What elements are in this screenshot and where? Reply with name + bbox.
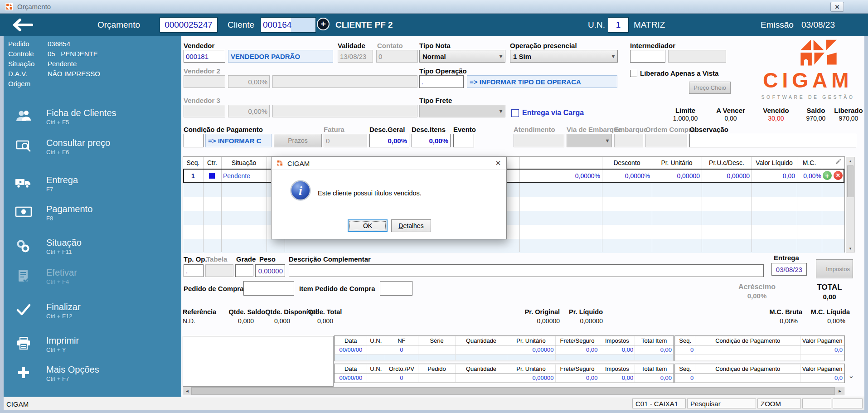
orcamento-label: Orçamento [97, 20, 140, 30]
tipo-nota-select[interactable]: Normal▾ [419, 50, 505, 63]
scroll-down-icon[interactable]: ▾ [846, 245, 854, 252]
entrega-field[interactable]: 03/08/23 [771, 263, 807, 276]
observacao-field[interactable] [689, 134, 856, 147]
evento-field[interactable] [453, 134, 474, 147]
sidebar-item-pagamento[interactable]: PagamentoF8 [14, 204, 175, 229]
history-scroll-down-icon[interactable]: ⌄ [847, 371, 856, 380]
table-row[interactable]: 00/00/0000,000000,000,000,00 [335, 374, 674, 383]
delete-item-icon[interactable]: ✕ [834, 171, 843, 180]
item-pedido-compra-field[interactable] [380, 281, 412, 296]
history-orcto-payment-table[interactable]: Seq.Condição de PagamentoValor Pagamen 0… [675, 364, 844, 383]
h2-col: Total Item [635, 364, 674, 374]
tipo-operacao-info-field: => INFORMAR TIPO DE OPERACA [467, 75, 617, 88]
detalhes-button[interactable]: Detalhes [391, 219, 431, 232]
window-close-button[interactable]: ✕ [830, 2, 844, 12]
sidebar-item-consultar-preco[interactable]: Consultar preçoCtrl + F6 [14, 138, 175, 163]
sidebar-item-shortcut: Ctrl + F11 [46, 248, 82, 255]
tipo-frete-select[interactable]: ▾ [419, 105, 505, 117]
sidebar-item-imprimir[interactable]: ImprimirCtrl + Y [14, 335, 175, 361]
vencido-label: Vencido [753, 107, 799, 114]
sidebar-item-shortcut: F7 [46, 186, 78, 193]
desc-geral-field[interactable]: 0,00% [369, 134, 409, 147]
sidebar-item-label: Situação [46, 238, 82, 248]
table-row[interactable]: 00,0 [675, 374, 844, 383]
desc-complementar-field[interactable] [289, 264, 764, 277]
sidebar-item-ficha-de-clientes[interactable]: Ficha de ClientesCtrl + F5 [14, 108, 175, 133]
sidebar-item-efetivar: EfetivarCtrl + F4 [14, 267, 175, 293]
table-row[interactable]: 00,0 [675, 345, 844, 355]
col-ctr[interactable]: Ctr. [203, 157, 221, 169]
col-seq[interactable]: Seq. [183, 157, 203, 169]
add-item-icon[interactable]: + [823, 171, 832, 180]
sidebar-item-entrega[interactable]: EntregaF7 [14, 175, 175, 200]
cond-pagamento-code-field[interactable] [184, 134, 204, 147]
col-pr-unitario[interactable]: Pr. Unitário [652, 157, 702, 169]
scroll-right-icon[interactable]: ▸ [836, 387, 844, 395]
pedido-compra-field[interactable] [243, 281, 294, 296]
scroll-up-icon[interactable]: ▴ [846, 157, 854, 165]
table-row[interactable]: 00/00/0000,000000,000,000,00 [335, 345, 674, 355]
tipo-operacao-label: Tipo Operação [419, 67, 467, 75]
grade-label: Grade [236, 255, 256, 263]
col-desconto[interactable]: Desconto [602, 157, 652, 169]
cond-pagamento-label: Condição de Pagamento [184, 126, 263, 133]
h1-col: Série [418, 336, 456, 345]
atendimento-label: Atendimento [514, 126, 555, 133]
entrega-carga-checkbox[interactable]: Entrega via Carga [511, 109, 584, 117]
vendedor-code-field[interactable]: 000181 [184, 50, 225, 63]
sidebar-item-situacao[interactable]: SituaçãoCtrl + F11 [14, 238, 175, 263]
edit-row-icon [835, 158, 841, 166]
plus-icon [14, 366, 34, 379]
cliente-code-field[interactable]: 000164 [261, 17, 316, 33]
entrega-label: Entrega [774, 254, 799, 262]
h1-col: NF [385, 336, 418, 345]
un-field[interactable]: 1 [608, 17, 629, 33]
dialog-title: CIGAM [287, 160, 310, 167]
vendedor3-name-field [272, 105, 417, 117]
vendedor2-code-field [184, 75, 225, 88]
col-situacao[interactable]: Situação [221, 157, 267, 169]
acrescimo-label: Acréscimo [725, 283, 789, 291]
intermediador-code-field[interactable] [630, 50, 665, 63]
add-cliente-button[interactable]: + [317, 18, 330, 30]
document-check-icon [14, 269, 34, 283]
scroll-left-icon[interactable]: ◂ [183, 387, 191, 395]
svg-text:i: i [299, 184, 302, 198]
sidebar-item-label: Mais Opções [46, 364, 99, 375]
history-left-panel [183, 336, 334, 387]
dialog-titlebar[interactable]: CIGAM ✕ [272, 157, 506, 170]
tipo-operacao-code-field[interactable]: . [419, 75, 464, 88]
col-mc[interactable]: M.C. [797, 157, 822, 169]
operacao-presencial-select[interactable]: 1 Sim▾ [510, 50, 618, 63]
ok-button[interactable]: OK [348, 219, 388, 232]
mc-bruta-value: 0,00% [761, 317, 798, 325]
sidebar-item-finalizar[interactable]: FinalizarCtrl + F12 [14, 302, 175, 327]
peso-field[interactable]: 0,00000 [255, 264, 285, 277]
status-empty-2 [833, 398, 863, 408]
grade-field[interactable] [235, 264, 253, 277]
dav-value: NÃO IMPRESSO [48, 70, 100, 78]
items-vertical-scrollbar[interactable]: ▴ ▾ [846, 157, 855, 253]
col-valor-liquido[interactable]: Valor Líquido [752, 157, 797, 169]
orcamento-number-field[interactable]: 0000025247 [160, 17, 218, 33]
col-pr-u-desc[interactable]: Pr.U.c/Desc. [702, 157, 752, 169]
embarque-field [614, 134, 643, 147]
mc-liquida-label: M.C. Líquida [805, 308, 850, 316]
dialog-titulos-vencidos: CIGAM ✕ i Este cliente possui títulos ve… [271, 156, 507, 239]
history-orcto-table[interactable]: DataU.N.Orcto./PVPedidoQuantidadePr. Uni… [335, 364, 674, 383]
dialog-close-icon[interactable]: ✕ [493, 159, 504, 168]
history-nf-payment-table[interactable]: Seq.Condição de PagamentoValor Pagamen 0… [675, 336, 844, 361]
desc-itens-field[interactable]: 0,00% [412, 134, 451, 147]
horizontal-scrollbar[interactable]: ◂ ▸ [183, 387, 844, 395]
history-nf-table[interactable]: DataU.N.NFSérieQuantidadePr. UnitárioFre… [335, 336, 674, 361]
liberado-vista-checkbox[interactable]: Liberado Apenas a Vista [630, 69, 718, 77]
sidebar-item-shortcut: Ctrl + Y [46, 346, 79, 353]
back-button[interactable] [11, 18, 34, 34]
via-embarque-label: Via de Embarque [567, 126, 621, 133]
evento-label: Evento [453, 126, 476, 133]
sidebar-item-shortcut: Ctrl + F7 [46, 375, 99, 382]
scroll-thumb[interactable] [847, 165, 853, 197]
sidebar-item-mais-opcoes[interactable]: Mais OpçõesCtrl + F7 [14, 364, 175, 390]
tp-op-field[interactable]: . [184, 264, 204, 277]
scroll-thumb[interactable] [191, 387, 835, 395]
